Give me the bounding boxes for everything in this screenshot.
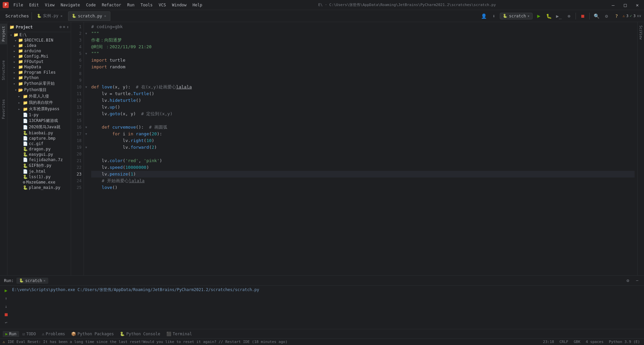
code-editor[interactable]: 1 2 3 4 5 6 7 8 9 10 11 12 13 14 15 16 1… xyxy=(71,22,637,275)
status-line-sep[interactable]: CRLF xyxy=(558,340,570,344)
search-everywhere-button[interactable]: 🔍 xyxy=(592,12,600,20)
coverage-button[interactable]: ▶̲ xyxy=(555,12,563,20)
run-options-button[interactable]: ⊕ xyxy=(565,12,573,20)
tree-item-mapdata[interactable]: ▸ 📁 MapData xyxy=(7,64,71,70)
btm-tab-terminal[interactable]: ⬛ Terminal xyxy=(164,331,195,337)
run-wrap-button[interactable]: ↩ xyxy=(3,319,9,326)
tree-root-e[interactable]: ▾ 📁 E:\ xyxy=(7,32,71,38)
fold-marker-16[interactable]: ▼ xyxy=(85,126,87,129)
tree-item-idea[interactable]: ▸ 📁 .idea xyxy=(7,43,71,48)
tab-scratch-close[interactable]: ✕ xyxy=(103,14,107,18)
fold-marker-2[interactable]: ▼ xyxy=(85,32,87,35)
tree-item-plane[interactable]: 🐍 plane_main.py xyxy=(7,185,71,190)
btm-tab-problems[interactable]: ⚠ Problems xyxy=(39,331,68,337)
run-button[interactable]: ▶ xyxy=(535,12,543,20)
tab-scratch[interactable]: 🐍 scratch.py ✕ xyxy=(68,11,110,21)
tree-item-2020[interactable]: 📄 2020黑马Java就 xyxy=(7,124,71,130)
run-scroll-up-button[interactable]: ↑ xyxy=(3,295,9,302)
project-settings-icon[interactable]: ⚙ xyxy=(59,25,62,29)
run-settings-icon[interactable]: ⚙ xyxy=(624,277,632,285)
code-area[interactable]: # coding=gbk """ 作者：向阳逐梦 @时间 ：2022/11/09… xyxy=(89,22,637,275)
tree-item-je[interactable]: 📄 je.html xyxy=(7,169,71,174)
minimize-button[interactable]: — xyxy=(609,1,617,9)
status-position[interactable]: 23:18 xyxy=(542,340,555,344)
tree-item-programfiles[interactable]: ▸ 📁 Program Files xyxy=(7,70,71,75)
settings-button[interactable]: ⚙ xyxy=(602,12,610,20)
status-python-ver[interactable]: Python 3.9 (E) xyxy=(607,340,641,344)
menu-window[interactable]: Window xyxy=(169,2,189,8)
line-num-11: 11 xyxy=(72,90,82,97)
run-minimize-icon[interactable]: − xyxy=(633,277,641,285)
tree-item-biaobai[interactable]: 🐍 biaobai.py xyxy=(7,130,71,136)
maximize-button[interactable]: □ xyxy=(621,1,629,9)
tree-item-config[interactable]: ▸ 📁 Config.Msi xyxy=(7,54,71,59)
close-button[interactable]: ✕ xyxy=(633,1,641,9)
tree-item-arduino[interactable]: ▸ 📁 arduino xyxy=(7,48,71,54)
menu-edit[interactable]: Edit xyxy=(26,2,42,8)
editor-content[interactable]: 1 2 3 4 5 6 7 8 9 10 11 12 13 14 15 16 1… xyxy=(71,22,637,275)
tree-item-baobai[interactable]: ▸ 📁 我的表白软件 xyxy=(7,99,71,106)
tree-item-feijidazhan[interactable]: 📄 feijidazhan.7z xyxy=(7,157,71,162)
sidebar-tab-project[interactable]: Project xyxy=(0,23,7,44)
tree-item-python-zero[interactable]: ▸ 📁 Python从零开始 xyxy=(7,80,71,87)
user-icon[interactable]: 👤 xyxy=(480,12,488,20)
sidebar-right-notifications[interactable]: SciView xyxy=(638,23,643,42)
tree-item-mazegame[interactable]: ⚙ MazeGame.exe xyxy=(7,180,71,185)
project-collapse-icon[interactable]: ≡ xyxy=(63,25,65,29)
stop-button[interactable]: ⏹ xyxy=(579,12,587,20)
status-encoding[interactable]: GBK xyxy=(572,340,582,344)
sidebar-tab-favorites[interactable]: Favorites xyxy=(0,96,7,122)
tree-item-capture[interactable]: 📄 capture.bmp xyxy=(7,136,71,141)
status-spaces[interactable]: 4 spaces xyxy=(584,340,605,344)
tree-item-1py[interactable]: 📄 1-py xyxy=(7,112,71,118)
tree-item-recycle[interactable]: ▸ 📁 $RECYCLE.BIN xyxy=(7,38,71,43)
btm-tab-run[interactable]: ▶ Run xyxy=(3,331,19,337)
menu-help[interactable]: Help xyxy=(190,2,205,8)
btm-tab-python-console[interactable]: 🐍 Python Console xyxy=(117,331,163,337)
fold-marker-17[interactable]: ▼ xyxy=(85,132,87,136)
tree-item-train[interactable]: ▸ 📁 火车抢票Bypass xyxy=(7,106,71,112)
run-tab-close[interactable]: ✕ xyxy=(43,279,45,282)
tree-item-gif[interactable]: 🐍 GIF制作.py xyxy=(7,162,71,169)
run-config-dropdown[interactable]: 🐍 scratch ▾ xyxy=(500,13,533,19)
menu-run[interactable]: Run xyxy=(124,2,137,8)
tree-item-cc[interactable]: 📄 cc.gif xyxy=(7,141,71,146)
fold-marker-10[interactable]: ▼ xyxy=(85,85,87,89)
menu-navigate[interactable]: Navigate xyxy=(58,2,83,8)
help-button[interactable]: ? xyxy=(612,12,621,20)
btm-tab-python-packages[interactable]: 📦 Python Packages xyxy=(68,331,116,337)
sidebar-tab-structure[interactable]: Structure xyxy=(0,58,7,83)
fold-marker-5[interactable]: ▼ xyxy=(85,52,87,55)
person-icon[interactable]: ⬇ xyxy=(490,12,498,20)
file-icon6: 📄 xyxy=(23,157,28,162)
run-scroll-down-button[interactable]: ↓ xyxy=(3,303,9,310)
menu-vcs[interactable]: VCS xyxy=(156,2,169,8)
fold-marker-19[interactable]: ▼ xyxy=(85,146,87,149)
toolbar-right: 👤 ⬇ 🐍 scratch ▾ ▶ 🐛 ▶̲ ⊕ ⏹ 🔍 ⚙ ? ⚠ 3 ✓ 3… xyxy=(480,12,641,20)
tab-scratch-label: scratch.py xyxy=(78,14,102,18)
tree-item-alien[interactable]: ▸ 📁 外星人入侵 xyxy=(7,93,71,99)
tree-item-dragon[interactable]: 🐍 dragon.py xyxy=(7,146,71,152)
menu-refactor[interactable]: Refactor xyxy=(99,2,124,8)
btm-tab-todo[interactable]: ☑ TODO xyxy=(20,331,39,337)
tree-label: Python xyxy=(24,75,39,80)
run-tab-scratch[interactable]: 🐍 scratch ✕ xyxy=(16,278,48,284)
tab-shili-close[interactable]: ✕ xyxy=(60,14,63,18)
gutter: ▼ ▼ ▼ ▼ ▼ ▼ xyxy=(84,22,89,275)
tree-item-easygui[interactable]: 🐍 easygui.py xyxy=(7,152,71,157)
run-stop-button[interactable]: ⏹ xyxy=(3,311,9,318)
tree-item-python[interactable]: ▸ 📁 Python xyxy=(7,75,71,80)
menu-code[interactable]: Code xyxy=(84,2,99,8)
tab-shili[interactable]: 🐍 实例.py ✕ xyxy=(33,11,67,21)
debug-button[interactable]: 🐛 xyxy=(545,12,553,20)
tree-item-ffoutput[interactable]: ▸ 📁 FFOutput xyxy=(7,59,71,64)
run-play-button[interactable]: ▶ xyxy=(3,287,9,294)
project-sort-icon[interactable]: ↕ xyxy=(66,25,69,29)
tree-item-python-project[interactable]: ▾ 📂 Python项目 xyxy=(7,87,71,93)
menu-file[interactable]: File xyxy=(11,2,26,8)
menu-tools[interactable]: Tools xyxy=(138,2,155,8)
tree-item-13craps[interactable]: 📄 13CRAPS赌游戏 xyxy=(7,118,71,124)
tree-item-lss[interactable]: 🐍 lss(1).py xyxy=(7,174,71,180)
menu-view[interactable]: View xyxy=(42,2,57,8)
nav-arrows[interactable]: ∧∨ xyxy=(637,14,641,18)
